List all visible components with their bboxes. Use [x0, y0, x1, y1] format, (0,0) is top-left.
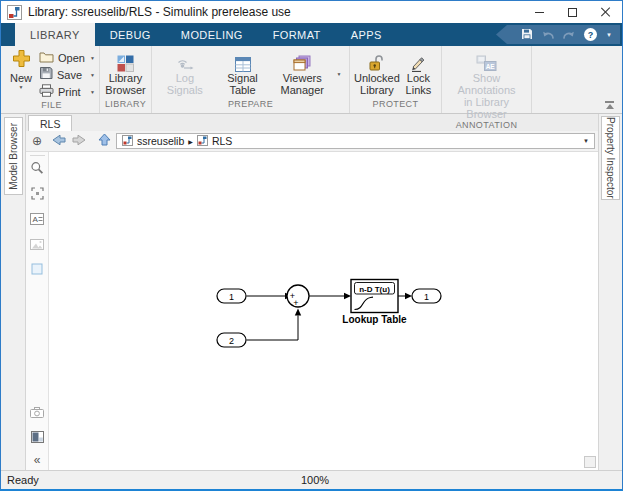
collapse-toolbar-icon[interactable]: « [34, 454, 41, 466]
annotation-tool-icon[interactable]: A [30, 211, 44, 229]
library-browser-button[interactable]: Library Browser [104, 49, 147, 99]
print-dropdown-icon[interactable]: ▼ [90, 89, 95, 95]
minimize-ribbon-icon [605, 101, 614, 103]
status-message: Ready [7, 474, 39, 486]
prepare-gallery-dropdown[interactable]: ▼ [333, 49, 345, 99]
viewers-manager-label: Viewers Manager [281, 72, 324, 96]
tab-format[interactable]: FORMAT [258, 23, 336, 46]
zoom-icon[interactable] [30, 161, 44, 179]
svg-text:A: A [33, 215, 39, 224]
help-icon[interactable]: ? [584, 28, 597, 41]
breadcrumb[interactable]: ssreuselib ▶ RLS ▼ [116, 133, 595, 149]
hide-explorer-bar-button[interactable]: ⊕ [29, 134, 45, 148]
open-button[interactable]: Open ▼ [39, 49, 95, 66]
simulink-library-window: Library: ssreuselib/RLS - Simulink prere… [0, 0, 623, 491]
up-to-parent-button[interactable] [98, 132, 111, 150]
right-panel-strip: Property Inspector [598, 114, 622, 470]
model-browser-tab[interactable]: Model Browser [4, 117, 23, 195]
canvas-corner-widget[interactable] [584, 456, 596, 468]
breadcrumb-item-ssreuselib[interactable]: ssreuselib [137, 135, 184, 147]
breadcrumb-separator-icon: ▶ [188, 138, 193, 145]
save-icon[interactable] [521, 26, 533, 44]
diagram-canvas[interactable]: 1 2 + + [49, 152, 598, 470]
ribbon: New ▼ Open ▼ [1, 46, 622, 114]
viewers-manager-icon [293, 49, 311, 72]
outport-1-label: 1 [424, 292, 429, 302]
model-browser-label: Model Browser [8, 123, 19, 190]
back-button[interactable] [52, 132, 66, 150]
left-panel-strip: Model Browser [1, 114, 26, 470]
new-button[interactable]: New ▼ [8, 49, 34, 100]
print-label: Print [58, 86, 81, 98]
lookup-table-block[interactable]: n-D T(u) Lookup Table [342, 280, 407, 326]
show-annotations-button: AE Show Annotations in Library Browser [446, 49, 527, 120]
maximize-button[interactable] [556, 1, 589, 23]
new-icon [12, 49, 31, 72]
forward-button[interactable] [72, 132, 86, 150]
property-inspector-tab[interactable]: Property Inspector [601, 116, 620, 200]
library-browser-icon [117, 49, 134, 72]
inport-2-label: 2 [229, 336, 234, 346]
ribbon-filler [532, 46, 622, 113]
sum-block[interactable]: + + [287, 285, 309, 308]
window-title: Library: ssreuselib/RLS - Simulink prere… [28, 5, 291, 19]
ribbon-section-prepare: Log Signals Signal Table [152, 46, 350, 113]
image-tool-icon [30, 236, 44, 254]
tab-debug[interactable]: DEBUG [95, 23, 166, 46]
signal-table-button[interactable]: Signal Table [214, 49, 272, 99]
library-browser-label: Library Browser [105, 72, 145, 96]
property-inspector-label: Property Inspector [605, 117, 616, 199]
document-area: RLS ⊕ [26, 114, 598, 470]
file-section-label: FILE [4, 100, 99, 113]
lookup-icon-text: n-D T(u) [359, 285, 390, 294]
show-annotations-label: Show Annotations in Library Browser [446, 72, 527, 120]
breadcrumb-dropdown-icon[interactable]: ▼ [583, 138, 589, 144]
inport-1-block[interactable]: 1 [217, 289, 246, 303]
title-bar: Library: ssreuselib/RLS - Simulink prere… [1, 1, 622, 23]
lock-links-button[interactable]: Lock Links [400, 49, 437, 99]
new-dropdown-icon[interactable]: ▼ [19, 84, 24, 90]
navigation-toolbar: ⊕ [26, 131, 598, 152]
area-box-icon[interactable] [31, 261, 43, 279]
close-button[interactable] [589, 1, 622, 23]
save-dropdown-icon[interactable]: ▼ [90, 72, 95, 78]
fit-to-view-icon[interactable] [31, 186, 44, 204]
ribbon-section-protect: Unlocked Library Lock Links PROTECT [350, 46, 442, 113]
log-signals-label: Log Signals [167, 72, 203, 96]
palette-separator [30, 155, 45, 156]
unlocked-padlock-icon [368, 49, 385, 72]
undo-icon[interactable] [542, 26, 554, 44]
print-button[interactable]: Print ▼ [39, 83, 95, 100]
ribbon-section-library: Library Browser LIBRARY [100, 46, 152, 113]
lock-links-label: Lock Links [406, 72, 432, 96]
ribbon-tab-strip: LIBRARY DEBUG MODELING FORMAT APPS ? ▼ [1, 23, 622, 46]
status-bar: Ready 100% [1, 470, 622, 489]
zoom-level: 100% [301, 474, 329, 486]
save-icon [39, 66, 53, 84]
minimize-ribbon-button[interactable] [605, 101, 614, 109]
minimize-button[interactable] [523, 1, 556, 23]
redo-icon[interactable] [563, 26, 575, 44]
ribbon-section-annotation: AE Show Annotations in Library Browser A… [442, 46, 532, 113]
quick-access-toolbar: ? ▼ [496, 25, 620, 44]
tab-modeling[interactable]: MODELING [166, 23, 258, 46]
inport-2-block[interactable]: 2 [217, 333, 246, 347]
prepare-section-label: PREPARE [152, 99, 349, 113]
annotation-section-label: ANNOTATION [442, 120, 531, 131]
outport-1-block[interactable]: 1 [412, 289, 441, 303]
breadcrumb-item-rls[interactable]: RLS [212, 135, 232, 147]
protect-section-label: PROTECT [350, 99, 441, 113]
new-label: New [10, 72, 32, 84]
qat-dropdown-icon[interactable]: ▼ [606, 32, 612, 38]
save-button[interactable]: Save ▼ [39, 66, 95, 83]
open-dropdown-icon[interactable]: ▼ [90, 55, 95, 61]
tab-rls[interactable]: RLS [28, 115, 72, 131]
prepare-dropdown-icon: ▼ [337, 71, 342, 77]
tab-apps[interactable]: APPS [336, 23, 397, 46]
subsystem-icon [197, 132, 208, 150]
screenshot-icon[interactable] [31, 429, 44, 447]
unlocked-library-button[interactable]: Unlocked Library [354, 49, 400, 99]
tab-library[interactable]: LIBRARY [15, 23, 95, 46]
viewers-manager-button[interactable]: Viewers Manager [271, 49, 333, 99]
unlocked-library-label: Unlocked Library [354, 72, 400, 96]
